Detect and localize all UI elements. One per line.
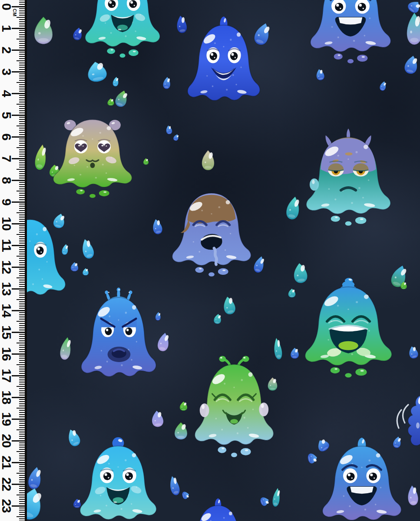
ruler-mm-tick <box>19 182 25 183</box>
ruler-number: 11 <box>0 239 14 252</box>
ruler-mm-tick <box>19 251 25 252</box>
slime-droplet <box>164 125 174 135</box>
ruler-mm-tick <box>19 241 25 241</box>
ruler-mm-tick <box>19 23 25 24</box>
ruler-mm-tick <box>19 360 25 361</box>
ruler-mm-tick <box>19 518 25 519</box>
ruler-mm-tick <box>19 30 25 31</box>
ruler-mm-tick <box>19 330 25 330</box>
ruler-mm-tick <box>19 295 25 296</box>
ruler-mm-tick <box>19 264 25 265</box>
ruler-mm-tick <box>19 45 25 46</box>
ruler-mm-tick <box>19 293 25 293</box>
slime-droplet <box>166 474 182 497</box>
ruler-mm-tick <box>19 175 25 176</box>
ruler-mm-tick <box>19 134 25 135</box>
ruler-mm-tick <box>19 388 25 389</box>
ruler-mm-tick <box>19 445 25 445</box>
ruler-mm-tick <box>19 254 25 254</box>
ruler-mm-tick <box>19 423 25 424</box>
ruler-mm-tick <box>19 271 25 272</box>
ruler-number: 3 <box>0 68 14 75</box>
ruler-mm-tick <box>19 319 25 320</box>
slime-droplet <box>287 288 297 298</box>
ruler-mm-tick <box>19 468 25 469</box>
ruler-mm-tick <box>19 358 25 359</box>
ruler-mm-tick <box>17 104 25 105</box>
fabric-swatch-photo: CM 0123456789101112131415161718192021222… <box>0 0 420 521</box>
ruler-mm-tick <box>19 13 25 13</box>
ruler-mm-tick <box>19 458 25 458</box>
ruler-number: 4 <box>0 90 14 97</box>
slime-droplet <box>32 142 50 172</box>
ruler-mm-tick <box>17 343 25 343</box>
ruler-mm-tick <box>19 36 25 37</box>
ruler-mm-tick <box>19 80 25 81</box>
ruler-mm-tick <box>19 141 25 142</box>
ruler-mm-tick <box>19 143 25 144</box>
ruler-mm-tick <box>19 184 25 185</box>
ruler-mm-tick <box>19 262 25 263</box>
ruler-mm-tick <box>19 119 25 120</box>
ruler-mm-tick <box>17 212 25 213</box>
ruler-mm-tick <box>19 171 25 172</box>
ruler-mm-tick <box>19 178 25 178</box>
ruler-mm-tick <box>19 54 25 55</box>
ruler-mm-tick <box>19 453 25 454</box>
monster-love-green <box>50 111 136 204</box>
ruler-mm-tick <box>19 117 25 118</box>
ruler-mm-tick <box>19 471 25 472</box>
monster-giggling-green-alien <box>191 354 277 465</box>
ruler-mm-tick <box>19 249 25 250</box>
ruler-mm-tick <box>19 41 25 42</box>
ruler-mm-tick <box>19 301 25 302</box>
ruler: CM 0123456789101112131415161718192021222… <box>0 0 27 521</box>
ruler-mm-tick <box>19 238 25 239</box>
ruler-mm-tick <box>19 99 25 100</box>
slime-droplet <box>111 76 120 87</box>
ruler-mm-tick <box>19 149 25 150</box>
ruler-mm-tick <box>19 432 25 432</box>
ruler-mm-tick <box>19 173 25 174</box>
ruler-mm-tick <box>19 95 25 96</box>
ruler-mm-tick <box>19 447 25 448</box>
slime-droplet <box>220 294 239 317</box>
ruler-mm-tick <box>17 386 25 387</box>
ruler-mm-tick <box>17 473 25 474</box>
ruler-mm-tick <box>19 128 25 129</box>
ruler-mm-tick <box>19 152 25 152</box>
ruler-mm-tick <box>19 232 25 233</box>
ruler-mm-tick <box>19 351 25 352</box>
ruler-mm-tick <box>19 479 25 480</box>
ruler-mm-tick <box>19 52 25 53</box>
ruler-mm-tick <box>17 495 25 495</box>
ruler-mm-tick <box>19 401 25 402</box>
ruler-mm-tick <box>19 508 25 508</box>
ruler-number: 21 <box>0 455 14 469</box>
monster-happy-cyan-ball <box>76 437 160 521</box>
ruler-mm-tick <box>19 306 25 307</box>
ruler-mm-tick <box>19 512 25 513</box>
ruler-mm-tick <box>19 230 25 231</box>
ruler-mm-tick <box>19 204 25 204</box>
ruler-mm-tick <box>19 269 25 270</box>
ruler-mm-tick <box>19 384 25 385</box>
ruler-mm-tick <box>19 327 25 328</box>
ruler-mm-tick <box>19 26 25 26</box>
ruler-mm-tick <box>19 273 25 274</box>
ruler-mm-tick <box>19 214 25 215</box>
ruler-mm-tick <box>19 132 25 133</box>
ruler-mm-tick <box>19 221 25 222</box>
ruler-mm-tick <box>19 97 25 98</box>
ruler-number: 20 <box>0 434 14 447</box>
ruler-mm-tick <box>19 414 25 415</box>
ruler-mm-tick <box>17 321 25 322</box>
ruler-number: 1 <box>0 25 14 32</box>
ruler-mm-tick <box>17 364 25 365</box>
ruler-mm-tick <box>19 225 25 226</box>
ruler-mm-tick <box>19 32 25 33</box>
ruler-mm-tick <box>19 392 25 393</box>
slime-droplet <box>82 268 89 276</box>
ruler-mm-tick <box>17 169 25 170</box>
ruler-number: 17 <box>0 369 14 382</box>
